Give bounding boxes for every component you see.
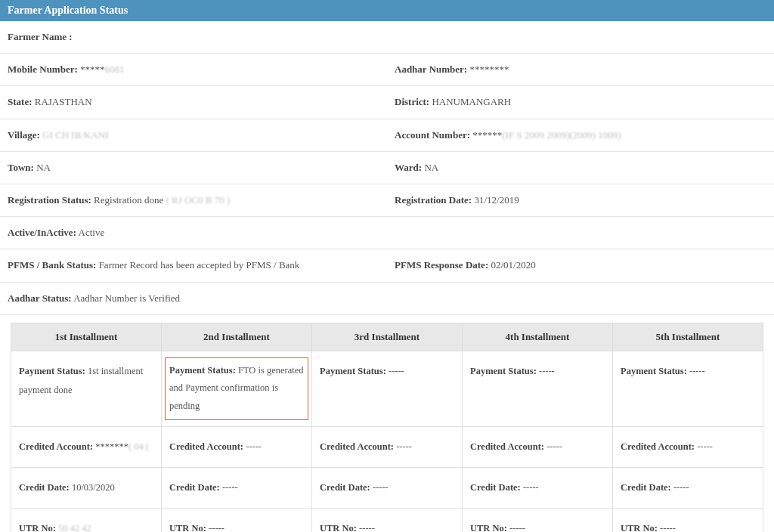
- cell: Credit Date: -----: [162, 467, 312, 508]
- ward-value: NA: [424, 162, 438, 173]
- aadhar-label: Aadhar Number:: [395, 63, 467, 75]
- regstatus-value: Registration done: [94, 194, 166, 206]
- account-row: Account Number: ******(IF S 2009 2009)(2…: [387, 119, 774, 152]
- installments-wrap: 1st Installment 2nd Installment 3rd Inst…: [0, 315, 774, 532]
- cell: Credit Date: -----: [613, 467, 763, 508]
- cell-value: -----: [544, 441, 562, 452]
- payment-status-label: Payment Status:: [470, 366, 537, 376]
- credit-date-label: Credit Date:: [470, 482, 521, 493]
- active-label: Active/InActive:: [8, 227, 76, 238]
- row-utr-no: UTR No: 50 42 42 UTR No: ----- UTR No: -…: [11, 508, 763, 532]
- town-value: NA: [36, 162, 51, 173]
- col-5th: 5th Installment: [613, 323, 763, 351]
- payment-status-label: Payment Status:: [621, 366, 687, 376]
- regstatus-row: Registration Status: Registration done (…: [0, 184, 387, 217]
- cell-value: -----: [386, 366, 404, 376]
- state-label: State:: [8, 96, 33, 107]
- pfms-value: Farmer Record has been accepted by PFMS …: [99, 259, 300, 271]
- village-value: GI CH IR/KANI: [42, 129, 108, 141]
- cell-value: -----: [658, 523, 676, 532]
- cell-value: -----: [521, 482, 539, 493]
- aadharstatus-value: Aadhar Number is Verified: [73, 292, 180, 304]
- village-row: Village: GI CH IR/KANI: [0, 119, 387, 152]
- credited-account-label: Credited Account:: [470, 441, 544, 452]
- pfmsdate-row: PFMS Response Date: 02/01/2020: [387, 249, 774, 282]
- cell-value: -----: [394, 441, 412, 452]
- cell: Credited Account: -----: [162, 426, 312, 467]
- active-value: Active: [79, 227, 105, 238]
- town-label: Town:: [8, 162, 34, 173]
- col-4th: 4th Installment: [463, 323, 613, 351]
- farmer-name-row: Farmer Name :: [0, 21, 774, 54]
- utr-no-label: UTR No:: [621, 523, 658, 532]
- regstatus-masked: ( RJ OC0 B 70 ): [166, 194, 230, 206]
- ward-label: Ward:: [395, 162, 422, 173]
- active-row: Active/InActive: Active: [0, 217, 774, 249]
- cell: Payment Status: 1st installment payment …: [11, 351, 162, 426]
- page-header: Farmer Application Status: [0, 0, 774, 21]
- cell-value: -----: [695, 441, 713, 452]
- ward-row: Ward: NA: [387, 152, 774, 184]
- payment-status-label: Payment Status:: [19, 366, 85, 376]
- col-2nd: 2nd Installment: [162, 323, 312, 351]
- payment-status-label: Payment Status:: [320, 366, 386, 376]
- pfmsdate-label: PFMS Response Date:: [395, 259, 488, 271]
- district-row: District: HANUMANGARH: [387, 86, 774, 119]
- pfmsdate-value: 02/01/2020: [491, 259, 535, 271]
- aadharstatus-row: Aadhar Status: Aadhar Number is Verified: [0, 283, 774, 315]
- aadhar-value: ********: [469, 63, 509, 75]
- details-grid: Farmer Name : Mobile Number: *****6081 A…: [0, 21, 774, 315]
- mobile-value: *****: [80, 63, 105, 75]
- cell-value: *******: [93, 441, 128, 452]
- utr-no-label: UTR No:: [470, 523, 507, 532]
- installments-header-row: 1st Installment 2nd Installment 3rd Inst…: [11, 323, 763, 351]
- payment-status-label: Payment Status:: [169, 365, 236, 376]
- regdate-label: Registration Date:: [395, 194, 472, 206]
- mobile-masked: 6081: [105, 63, 125, 75]
- cell-value: -----: [671, 482, 689, 493]
- cell-value: -----: [537, 366, 555, 376]
- district-label: District:: [395, 96, 429, 107]
- cell-value: -----: [220, 482, 238, 493]
- farmer-name-label: Farmer Name :: [8, 31, 73, 42]
- village-label: Village:: [8, 129, 40, 141]
- aadhar-row: Aadhar Number: ********: [387, 54, 774, 86]
- district-value: HANUMANGARH: [432, 96, 511, 107]
- row-payment-status: Payment Status: 1st installment payment …: [11, 351, 763, 426]
- pfms-label: PFMS / Bank Status:: [8, 259, 96, 271]
- cell: UTR No: -----: [613, 508, 763, 532]
- mobile-row: Mobile Number: *****6081: [0, 54, 387, 86]
- credit-date-label: Credit Date:: [621, 482, 671, 493]
- cell-masked: 50 42 42: [58, 523, 91, 532]
- regstatus-label: Registration Status:: [8, 194, 91, 206]
- utr-no-label: UTR No:: [169, 523, 206, 532]
- row-credit-date: Credit Date: 10/03/2020 Credit Date: ---…: [11, 467, 763, 508]
- account-value: ******: [472, 129, 502, 141]
- cell-value: -----: [687, 366, 705, 376]
- mobile-label: Mobile Number:: [8, 63, 78, 75]
- credit-date-label: Credit Date:: [19, 482, 70, 493]
- cell: Credit Date: -----: [463, 467, 613, 508]
- credited-account-label: Credited Account:: [320, 441, 394, 452]
- state-row: State: RAJASTHAN: [0, 86, 387, 119]
- row-credited-account: Credited Account: *******( 04 ( Credited…: [11, 426, 763, 467]
- utr-no-label: UTR No:: [320, 523, 357, 532]
- cell-value: -----: [357, 523, 375, 532]
- cell: UTR No: -----: [463, 508, 613, 532]
- credited-account-label: Credited Account:: [621, 441, 695, 452]
- regdate-value: 31/12/2019: [474, 194, 519, 206]
- cell: Credited Account: *******( 04 (: [11, 426, 162, 467]
- town-row: Town: NA: [0, 152, 387, 184]
- cell: Credited Account: -----: [312, 426, 463, 467]
- credit-date-label: Credit Date:: [320, 482, 370, 493]
- credited-account-label: Credited Account:: [19, 441, 93, 452]
- state-value: RAJASTHAN: [35, 96, 92, 107]
- cell-value: -----: [507, 523, 525, 532]
- account-masked: (IF S 2009 2009)(2009) 1009): [502, 129, 621, 141]
- installments-table: 1st Installment 2nd Installment 3rd Inst…: [11, 323, 763, 532]
- cell: Payment Status: -----: [312, 351, 463, 426]
- credit-date-label: Credit Date:: [169, 482, 220, 493]
- cell: Payment Status: -----: [463, 351, 613, 426]
- cell-masked: ( 04 (: [128, 441, 149, 452]
- cell-highlighted: Payment Status: FTO is generated and Pay…: [162, 351, 312, 426]
